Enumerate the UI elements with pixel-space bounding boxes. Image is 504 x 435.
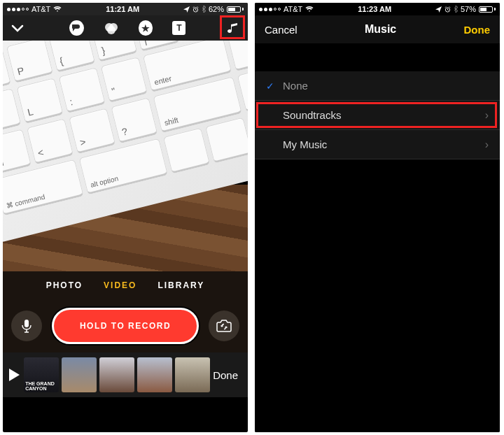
mode-photo[interactable]: PHOTO — [46, 280, 83, 290]
mic-toggle[interactable] — [11, 311, 42, 341]
cancel-button[interactable]: Cancel — [265, 24, 298, 36]
row-soundtracks[interactable]: Soundtracks › — [255, 101, 500, 130]
carrier-label: AT&T — [31, 5, 50, 13]
clip-thumb-3[interactable] — [99, 357, 134, 392]
empty-area — [255, 159, 500, 432]
nav-title: Music — [365, 23, 396, 36]
record-row: HOLD TO RECORD — [3, 299, 248, 352]
record-button-label: HOLD TO RECORD — [80, 321, 171, 331]
alarm-icon — [444, 6, 451, 13]
done-button[interactable]: Done — [463, 24, 490, 36]
wifi-icon — [305, 6, 314, 13]
location-icon — [435, 6, 442, 13]
location-icon — [183, 6, 190, 13]
clip-1-label: THE GRAND CANYON — [25, 381, 57, 391]
camera-viewport[interactable]: OP{}| KL:"enter M<>?shift ⌘ commandalt o… — [3, 41, 248, 276]
play-button[interactable] — [7, 368, 21, 382]
status-left: AT&T — [259, 5, 314, 13]
status-left: AT&T — [7, 5, 62, 13]
clip-thumb-5[interactable] — [175, 357, 210, 392]
clip-strip: THE GRAND CANYON Done — [3, 352, 248, 397]
edit-toolbar: ★ T — [3, 15, 248, 41]
row-none-label: None — [283, 80, 308, 92]
music-button[interactable] — [225, 20, 241, 36]
mode-video[interactable]: VIDEO — [104, 280, 136, 290]
status-time: 11:23 AM — [358, 5, 391, 13]
chevron-right-icon: › — [485, 138, 489, 151]
text-overlay-button[interactable]: T — [172, 21, 186, 35]
phone-right: AT&T 11:23 AM 57% Cancel Music D — [255, 3, 500, 432]
status-right: 57% — [435, 5, 496, 13]
bluetooth-icon — [454, 6, 458, 13]
collapse-button[interactable] — [10, 20, 26, 36]
chevron-right-icon: › — [485, 109, 489, 122]
clip-thumb-1[interactable]: THE GRAND CANYON — [24, 357, 59, 392]
section-gap — [255, 43, 500, 71]
clip-thumb-4[interactable] — [137, 357, 172, 392]
row-my-music[interactable]: My Music › — [255, 130, 500, 159]
svg-rect-4 — [24, 320, 29, 327]
battery-pct: 57% — [461, 5, 476, 13]
status-bar: AT&T 11:21 AM 62% — [3, 3, 248, 15]
battery-icon — [479, 6, 496, 13]
status-right: 62% — [183, 5, 244, 13]
phone-left: AT&T 11:21 AM 62% — [3, 3, 248, 432]
status-bar: AT&T 11:23 AM 57% — [255, 3, 500, 15]
row-my-music-label: My Music — [283, 138, 327, 150]
row-soundtracks-label: Soundtracks — [283, 109, 341, 121]
music-nav-bar: Cancel Music Done — [255, 15, 500, 43]
clips-done-button[interactable]: Done — [213, 369, 244, 381]
battery-pct: 62% — [209, 5, 224, 13]
filters-button[interactable] — [104, 20, 119, 36]
stickers-button[interactable]: ★ — [139, 20, 153, 36]
signal-dots — [7, 8, 29, 11]
record-button[interactable]: HOLD TO RECORD — [52, 308, 199, 344]
carrier-label: AT&T — [284, 5, 302, 13]
clip-thumb-2[interactable] — [62, 357, 97, 392]
row-none[interactable]: ✓ None — [255, 71, 500, 101]
wifi-icon — [53, 6, 62, 13]
flip-camera-button[interactable] — [209, 311, 239, 341]
mode-library[interactable]: LIBRARY — [158, 280, 204, 290]
capture-modes: PHOTO VIDEO LIBRARY — [3, 271, 248, 299]
music-source-list: ✓ None Soundtracks › My Music › — [255, 71, 500, 159]
status-time: 11:21 AM — [106, 5, 139, 13]
live-title-button[interactable] — [69, 20, 84, 36]
alarm-icon — [192, 6, 199, 13]
bluetooth-icon — [202, 6, 206, 13]
battery-icon — [227, 6, 244, 13]
svg-point-3 — [107, 26, 115, 34]
signal-dots — [259, 8, 281, 11]
check-icon: ✓ — [266, 80, 274, 92]
